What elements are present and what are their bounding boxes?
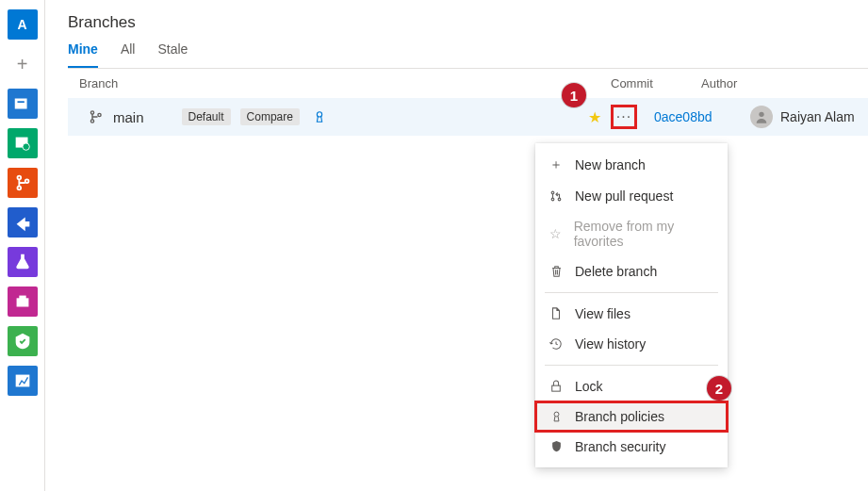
callout-1: 1 (562, 83, 586, 107)
main-content: Branches Mine All Stale Branch Commit Au… (45, 0, 868, 491)
tab-mine[interactable]: Mine (68, 41, 98, 68)
menu-view-history[interactable]: View history (535, 329, 728, 359)
branch-filter-pivot: Mine All Stale (68, 41, 868, 69)
column-commit: Commit (588, 76, 701, 90)
row-actions: ★ ··· (588, 105, 637, 129)
menu-new-pr[interactable]: New pull request (535, 181, 728, 211)
boards-nav-icon[interactable] (8, 128, 38, 158)
favorite-star-icon[interactable]: ★ (588, 108, 601, 126)
svg-point-13 (317, 112, 321, 117)
menu-delete-branch[interactable]: Delete branch (535, 256, 728, 286)
trash-icon (549, 265, 564, 278)
commit-link[interactable]: 0ace08bd (654, 109, 712, 124)
plus-icon: ＋ (549, 156, 564, 173)
dashboards-nav-icon[interactable] (8, 366, 38, 396)
branch-icon (89, 109, 104, 124)
menu-label: Delete branch (575, 264, 657, 279)
menu-remove-favorite: ☆ Remove from my favorites (535, 211, 728, 256)
shield-icon (549, 440, 564, 453)
svg-point-4 (17, 176, 21, 180)
menu-label: View files (575, 306, 631, 321)
pull-request-icon (549, 189, 564, 203)
repos-nav-icon[interactable] (8, 168, 38, 198)
author-avatar-icon (750, 106, 773, 128)
environments-nav-icon[interactable] (8, 326, 38, 356)
svg-point-19 (554, 412, 559, 417)
svg-point-14 (759, 112, 763, 117)
svg-rect-8 (19, 296, 25, 300)
svg-point-5 (17, 187, 21, 190)
svg-rect-18 (552, 385, 561, 391)
svg-point-15 (551, 191, 554, 194)
svg-point-17 (558, 198, 561, 201)
menu-label: New pull request (575, 188, 673, 204)
menu-new-branch[interactable]: ＋ New branch (535, 149, 728, 181)
overview-nav-icon[interactable] (8, 89, 38, 119)
svg-point-6 (25, 179, 28, 183)
menu-label: Branch policies (575, 409, 664, 424)
commit-cell: 0ace08bd (637, 109, 750, 124)
column-branch: Branch (79, 76, 588, 90)
branch-cell: main Default Compare (89, 108, 588, 125)
author-cell: Raiyan Alam (750, 106, 868, 128)
project-avatar[interactable]: A (8, 9, 38, 40)
pipelines-nav-icon[interactable] (8, 207, 38, 237)
tab-all[interactable]: All (121, 41, 136, 68)
menu-separator (545, 365, 718, 366)
svg-point-12 (98, 113, 101, 116)
compare-tag: Compare (240, 108, 300, 125)
svg-rect-1 (17, 101, 24, 103)
svg-point-11 (90, 120, 93, 123)
file-icon (549, 307, 564, 320)
svg-rect-0 (14, 99, 26, 109)
lock-icon (549, 380, 564, 393)
left-nav-rail: A + (0, 0, 45, 491)
star-outline-icon: ☆ (549, 226, 563, 241)
history-icon (549, 337, 564, 351)
menu-branch-security[interactable]: Branch security (535, 432, 728, 462)
policy-icon (549, 410, 564, 423)
artifacts-nav-icon[interactable] (8, 286, 38, 317)
menu-view-files[interactable]: View files (535, 299, 728, 329)
svg-rect-7 (16, 298, 28, 306)
callout-2: 2 (707, 376, 731, 401)
more-options-button[interactable]: ··· (611, 105, 637, 129)
add-icon[interactable]: + (8, 49, 38, 79)
menu-label: New branch (575, 157, 646, 172)
menu-branch-policies[interactable]: Branch policies (535, 401, 728, 432)
menu-lock[interactable]: Lock (535, 371, 728, 401)
column-author: Author (701, 76, 868, 90)
svg-point-16 (551, 198, 554, 201)
table-header: Branch Commit Author (68, 69, 868, 98)
page-title: Branches (68, 0, 868, 41)
menu-label: View history (575, 336, 646, 352)
tab-stale[interactable]: Stale (157, 41, 188, 68)
svg-point-10 (90, 111, 93, 114)
branch-name[interactable]: main (113, 109, 144, 125)
menu-label: Branch security (575, 439, 665, 454)
menu-label: Remove from my favorites (574, 219, 714, 249)
menu-separator (545, 292, 718, 293)
svg-point-3 (23, 143, 29, 150)
policy-badge-icon (313, 110, 326, 123)
default-tag: Default (182, 108, 231, 125)
branch-row[interactable]: main Default Compare ★ ··· 0ace08bd Raiy… (68, 98, 868, 136)
author-name: Raiyan Alam (780, 109, 855, 124)
branch-context-menu: ＋ New branch New pull request ☆ Remove f… (535, 143, 728, 467)
menu-label: Lock (575, 379, 603, 394)
testplans-nav-icon[interactable] (8, 247, 38, 277)
